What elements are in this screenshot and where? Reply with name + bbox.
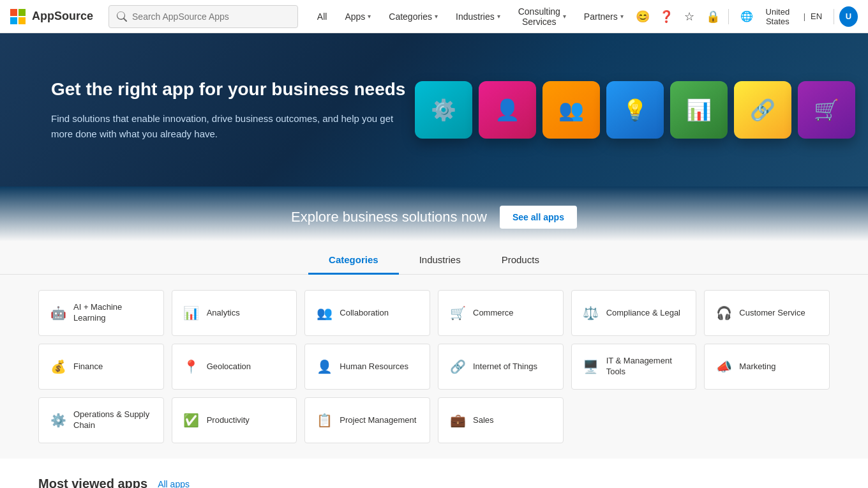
category-label: Commerce — [473, 308, 514, 319]
category-icon: 📍 — [183, 358, 200, 376]
category-label: Sales — [473, 415, 494, 426]
category-label: Geolocation — [207, 362, 251, 372]
hero-key-pink: 👤 — [479, 81, 536, 139]
category-icon: ⚖️ — [582, 304, 600, 322]
category-icon: 📊 — [183, 304, 200, 322]
most-viewed-header: Most viewed apps All apps — [38, 477, 830, 488]
tab-products[interactable]: Products — [481, 247, 560, 275]
category-card-collaboration[interactable]: 👥 Collaboration — [304, 290, 430, 336]
nav-items: All Apps ▾ Categories ▾ Industries ▾ Con… — [308, 0, 632, 33]
emoji-button[interactable]: 😊 — [632, 5, 654, 28]
tabs-container: Categories Industries Products — [0, 241, 868, 275]
category-card-operations[interactable]: ⚙️ Operations & Supply Chain — [38, 397, 164, 443]
help-button[interactable]: ❓ — [655, 5, 677, 28]
hero-key-green: 📊 — [670, 81, 728, 139]
hero-section: Get the right app for your business need… — [0, 33, 868, 187]
hero-description: Find solutions that enable innovation, d… — [51, 111, 408, 142]
category-label: Productivity — [207, 415, 250, 426]
globe-icon: 🌐 — [740, 10, 753, 22]
category-icon: 🖥️ — [582, 358, 600, 376]
category-label: Compliance & Legal — [606, 308, 680, 319]
most-viewed-section: Most viewed apps All apps G B 🔍 ⚙️ H — [0, 459, 868, 488]
category-card-geolocation[interactable]: 📍 Geolocation — [172, 344, 297, 390]
explore-section: Explore business solutions now See all a… — [0, 187, 868, 241]
category-label: Customer Service — [739, 308, 805, 319]
hero-image-area: ⚙️ 👤 👥 💡 📊 🔗 🛒 — [347, 33, 868, 187]
category-card-it-management[interactable]: 🖥️ IT & Management Tools — [571, 344, 697, 390]
tab-categories[interactable]: Categories — [308, 247, 399, 275]
categories-list: 🤖 AI + Machine Learning 📊 Analytics 👥 Co… — [38, 290, 830, 443]
search-icon — [117, 11, 127, 22]
category-icon: 👥 — [315, 304, 333, 322]
tabs-section: Categories Industries Products — [0, 241, 868, 275]
explore-title: Explore business solutions now — [291, 209, 487, 225]
tab-industries[interactable]: Industries — [399, 247, 481, 275]
hero-keys-decoration: ⚙️ 👤 👥 💡 📊 🔗 🛒 — [402, 68, 868, 151]
category-icon: 🛒 — [449, 304, 467, 322]
category-icon: 💼 — [449, 411, 467, 429]
category-icon: 👤 — [315, 358, 333, 376]
hero-key-yellow: 🔗 — [734, 81, 791, 139]
hero-key-teal: ⚙️ — [415, 81, 472, 139]
nav-all-button[interactable]: All — [308, 0, 336, 33]
nav-industries-button[interactable]: Industries ▾ — [447, 0, 509, 33]
category-card-finance[interactable]: 💰 Finance — [38, 344, 164, 390]
category-icon: 🎧 — [715, 304, 733, 322]
chevron-down-icon: ▾ — [497, 13, 500, 20]
category-icon: 🤖 — [49, 304, 67, 322]
see-all-button[interactable]: See all apps — [500, 206, 577, 229]
category-card-project-mgmt[interactable]: 📋 Project Management — [304, 397, 430, 443]
category-card-human-resources[interactable]: 👤 Human Resources — [304, 344, 430, 390]
category-label: Analytics — [207, 308, 240, 319]
category-card-analytics[interactable]: 📊 Analytics — [172, 290, 297, 336]
category-label: Project Management — [340, 415, 416, 426]
favorites-button[interactable]: ☆ — [679, 5, 700, 28]
category-card-customer-service[interactable]: 🎧 Customer Service — [704, 290, 830, 336]
category-label: Collaboration — [340, 308, 389, 319]
nav-divider — [728, 9, 729, 24]
category-label: Human Resources — [340, 362, 408, 372]
chevron-down-icon: ▾ — [368, 13, 371, 20]
category-icon: 💰 — [49, 358, 67, 376]
hero-title: Get the right app for your business need… — [51, 78, 408, 101]
category-card-compliance[interactable]: ⚖️ Compliance & Legal — [571, 290, 697, 336]
all-apps-link[interactable]: All apps — [158, 479, 190, 489]
nav-partners-button[interactable]: Partners ▾ — [575, 0, 632, 33]
nav-apps-button[interactable]: Apps ▾ — [336, 0, 380, 33]
category-card-sales[interactable]: 💼 Sales — [438, 397, 564, 443]
category-card-ai-ml[interactable]: 🤖 AI + Machine Learning — [38, 290, 164, 336]
hero-key-orange: 👥 — [542, 81, 600, 139]
category-icon: 📋 — [315, 411, 333, 429]
lock-button[interactable]: 🔒 — [703, 5, 724, 28]
category-label: IT & Management Tools — [606, 356, 686, 377]
nav-divider-2 — [834, 9, 834, 24]
microsoft-logo — [10, 9, 26, 24]
most-viewed-title: Most viewed apps — [38, 477, 147, 488]
category-label: Finance — [73, 362, 103, 372]
nav-categories-button[interactable]: Categories ▾ — [380, 0, 447, 33]
category-icon: 📣 — [715, 358, 733, 376]
hero-content: Get the right app for your business need… — [51, 78, 408, 142]
logo-link[interactable]: AppSource — [10, 9, 93, 24]
hero-key-purple: 🛒 — [798, 81, 855, 139]
category-label: Internet of Things — [473, 362, 537, 372]
category-card-iot[interactable]: 🔗 Internet of Things — [438, 344, 564, 390]
chevron-down-icon: ▾ — [563, 13, 566, 20]
user-avatar[interactable]: U — [839, 6, 858, 27]
chevron-down-icon: ▾ — [435, 13, 438, 20]
category-label: AI + Machine Learning — [73, 302, 153, 324]
category-card-marketing[interactable]: 📣 Marketing — [704, 344, 830, 390]
navbar: AppSource All Apps ▾ Categories ▾ Indust… — [0, 0, 868, 33]
nav-consulting-button[interactable]: Consulting Services ▾ — [509, 0, 575, 33]
category-label: Marketing — [739, 362, 775, 372]
nav-right-actions: 😊 ❓ ☆ 🔒 🌐 United States | EN U — [632, 5, 858, 28]
search-input[interactable] — [132, 11, 290, 22]
category-card-commerce[interactable]: 🛒 Commerce — [438, 290, 564, 336]
category-card-productivity[interactable]: ✅ Productivity — [172, 397, 297, 443]
category-label: Operations & Supply Chain — [73, 409, 153, 431]
chevron-down-icon: ▾ — [620, 13, 624, 20]
locale-button[interactable]: 🌐 United States | EN — [734, 5, 828, 28]
category-icon: 🔗 — [449, 358, 467, 376]
category-icon: ✅ — [183, 411, 200, 429]
appsource-brand: AppSource — [32, 10, 93, 23]
